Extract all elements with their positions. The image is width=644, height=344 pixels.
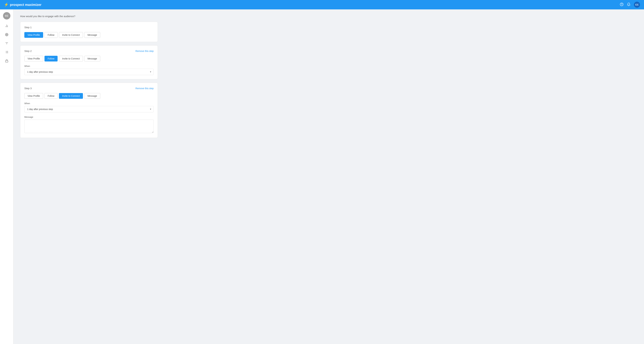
step-3-invite-button[interactable]: Invite to Connect <box>59 93 83 99</box>
step-3-message-button[interactable]: Message <box>84 93 100 99</box>
step-1-view-profile-button[interactable]: View Profile <box>24 32 43 38</box>
main-content: How would you like to engage with the au… <box>14 10 164 344</box>
step-3-follow-button[interactable]: Follow <box>44 93 58 99</box>
step-2-follow-button[interactable]: Follow <box>44 56 58 62</box>
step-3-view-profile-button[interactable]: View Profile <box>24 93 43 99</box>
step-2-header: Step 2 Remove this step <box>24 50 154 52</box>
step-2-actions: View Profile Follow Invite to Connect Me… <box>24 56 154 62</box>
step-1-follow-button[interactable]: Follow <box>44 32 58 38</box>
header-actions: CC <box>620 2 640 8</box>
step-3-actions: View Profile Follow Invite to Connect Me… <box>24 93 154 99</box>
step-2-invite-button[interactable]: Invite to Connect <box>59 56 83 62</box>
step-3-when-label: When <box>24 102 154 105</box>
sidebar-item-analytics[interactable] <box>3 22 10 30</box>
step-3-header: Step 3 Remove this step <box>24 87 154 90</box>
sidebar-item-lists[interactable] <box>3 48 10 56</box>
step-3-title: Step 3 <box>24 87 32 90</box>
help-icon[interactable] <box>620 3 624 7</box>
logo: ⚡ prospect maximizer <box>4 3 620 7</box>
app-title: prospect maximizer <box>10 3 42 7</box>
sidebar-item-targeting[interactable] <box>3 31 10 38</box>
step-3-when-section: When 1 day after previous step 2 days af… <box>24 102 154 112</box>
step-1-invite-button[interactable]: Invite to Connect <box>59 32 83 38</box>
notifications-icon[interactable] <box>627 3 630 7</box>
step-2-when-select[interactable]: 1 day after previous step 2 days after p… <box>24 69 154 75</box>
step-3-message-label: Message <box>24 116 154 118</box>
step-1-header: Step 1 <box>24 26 154 29</box>
step-3-remove-link[interactable]: Remove this step <box>136 87 154 90</box>
step-2-message-button[interactable]: Message <box>84 56 100 62</box>
step-2-when-label: When <box>24 65 154 67</box>
sidebar-item-filters[interactable] <box>3 40 10 47</box>
step-2-remove-link[interactable]: Remove this step <box>136 50 154 52</box>
sidebar-item-security[interactable] <box>3 57 10 65</box>
step-3-when-select[interactable]: 1 day after previous step 2 days after p… <box>24 106 154 112</box>
step-2-card: Step 2 Remove this step View Profile Fol… <box>20 45 158 79</box>
step-2-view-profile-button[interactable]: View Profile <box>24 56 43 62</box>
step-2-when-wrapper: 1 day after previous step 2 days after p… <box>24 69 154 75</box>
sidebar-avatar[interactable]: CC <box>3 12 10 20</box>
app-header: ⚡ prospect maximizer CC <box>0 0 644 10</box>
step-2-when-section: When 1 day after previous step 2 days af… <box>24 65 154 75</box>
bolt-icon: ⚡ <box>4 3 8 7</box>
step-3-message-section: Message <box>24 116 154 134</box>
step-3-message-textarea[interactable] <box>24 120 154 133</box>
step-1-card: Step 1 View Profile Follow Invite to Con… <box>20 22 158 42</box>
step-3-card: Step 3 Remove this step View Profile Fol… <box>20 83 158 138</box>
step-1-message-button[interactable]: Message <box>84 32 100 38</box>
svg-point-7 <box>6 34 7 35</box>
user-avatar[interactable]: CC <box>634 2 640 8</box>
page-question: How would you like to engage with the au… <box>20 15 158 18</box>
svg-rect-17 <box>5 61 8 62</box>
step-1-title: Step 1 <box>24 26 32 29</box>
step-1-actions: View Profile Follow Invite to Connect Me… <box>24 32 154 38</box>
svg-point-6 <box>6 34 8 36</box>
step-3-when-wrapper: 1 day after previous step 2 days after p… <box>24 106 154 112</box>
layout: CC <box>0 0 644 344</box>
step-2-title: Step 2 <box>24 50 32 52</box>
sidebar: CC <box>0 10 14 344</box>
